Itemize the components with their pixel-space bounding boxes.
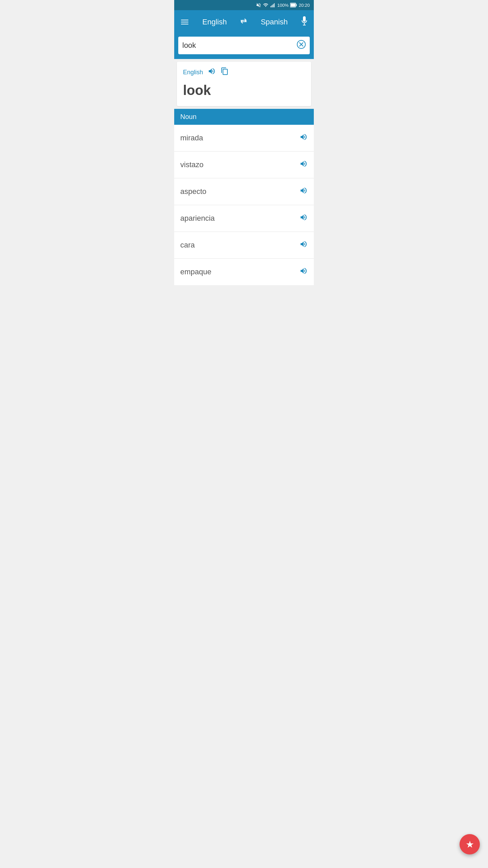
svg-rect-6 [291,4,296,7]
microphone-button[interactable] [300,16,308,28]
swap-languages-button[interactable] [239,17,248,27]
pos-label: Noun [180,113,197,120]
status-time: 20:20 [299,3,310,8]
wifi-icon [263,2,268,8]
svg-rect-3 [274,3,275,7]
search-input-wrapper [178,37,310,54]
speak-translation-button[interactable] [300,267,308,277]
speak-translation-button[interactable] [300,213,308,223]
speak-translation-button[interactable] [300,240,308,250]
translation-word: apariencia [180,214,215,223]
speak-translation-button[interactable] [300,186,308,197]
translation-item: apariencia [174,205,314,232]
source-word-card: English look [177,62,311,106]
clear-button[interactable] [297,40,306,51]
battery-percentage: 100% [277,3,288,8]
battery-icon [290,3,297,7]
status-bar: 100% 20:20 [174,0,314,10]
app-header: English Spanish [174,10,314,34]
copy-source-button[interactable] [221,67,229,77]
svg-rect-5 [296,4,297,6]
source-language-label: English [183,69,203,76]
translation-item: mirada [174,125,314,152]
svg-rect-2 [273,4,273,7]
mute-icon [256,2,261,8]
translation-item: empaque [174,259,314,285]
target-language-selector[interactable]: Spanish [261,18,288,26]
status-icons: 100% 20:20 [256,2,310,8]
source-word-text: look [183,83,305,98]
translation-list: mirada vistazo aspecto apariencia cara e… [174,125,314,285]
translation-word: mirada [180,134,203,142]
translation-item: cara [174,232,314,259]
search-input[interactable] [182,41,294,50]
menu-button[interactable] [180,18,190,26]
speak-translation-button[interactable] [300,160,308,170]
translation-item: vistazo [174,152,314,178]
speak-source-button[interactable] [208,67,216,77]
svg-rect-1 [272,5,272,7]
translation-word: aspecto [180,187,206,196]
signal-icon [270,2,276,8]
source-card-header: English [183,67,305,77]
translation-word: cara [180,241,195,250]
part-of-speech-header: Noun [174,109,314,125]
translation-word: empaque [180,268,211,276]
svg-rect-7 [303,16,306,22]
speak-translation-button[interactable] [300,133,308,143]
source-language-selector[interactable]: English [202,18,227,26]
svg-rect-0 [271,6,271,7]
translation-item: aspecto [174,178,314,205]
translation-word: vistazo [180,160,203,169]
search-bar [174,34,314,59]
